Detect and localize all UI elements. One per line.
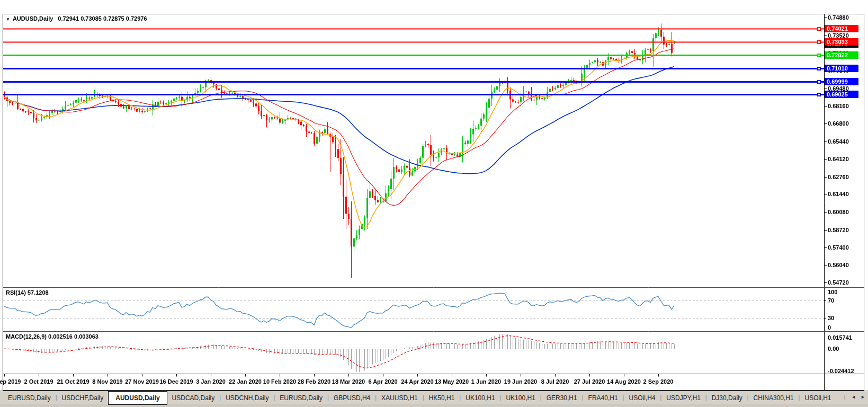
price-tick-label: 0.64120 <box>828 156 849 162</box>
tab-fra40-h1[interactable]: FRA40,H1 <box>584 392 623 404</box>
tab-scroll-left-icon[interactable]: ◄ <box>851 394 856 400</box>
rsi-scale-label: 30 <box>828 315 834 321</box>
tab-dj30-daily[interactable]: DJ30,Daily <box>707 392 747 404</box>
tab-ger30-h1[interactable]: GER30,H1 <box>542 392 582 404</box>
tab-scroll-arrows: | ◄ ► <box>844 394 865 400</box>
date-label: 2 Sep 2020 <box>634 378 682 385</box>
hline-price-label[interactable]: 0.73033 <box>825 38 858 46</box>
tab-usdjpy-h1[interactable]: USDJPY,H1 <box>661 392 705 404</box>
rsi-label: RSI(14) 57.1208 <box>6 289 49 296</box>
tab-usdcad-daily[interactable]: USDCAD,Daily <box>167 392 220 404</box>
chart-tabs: EURUSD,Daily|USDCHF,DailyAUDUSD,DailyUSD… <box>3 392 836 405</box>
tab-xauusd-h1[interactable]: XAUUSD,H1 <box>377 392 423 404</box>
tab-usoil-h4[interactable]: USOil,H4 <box>624 392 660 404</box>
hline-price-label[interactable]: 0.69999 <box>825 78 858 85</box>
tab-eurusd-daily[interactable]: EURUSD,Daily <box>275 392 327 404</box>
chart-symbol: AUDUSD,Daily <box>13 15 53 22</box>
rsi-scale-label: 0 <box>828 324 831 331</box>
macd-label: MACD(12,26,9) 0.002516 0.003063 <box>6 333 99 340</box>
tab-uk100-h1[interactable]: UK100,H1 <box>461 392 499 404</box>
macd-scale-label: 0.00 <box>828 346 839 352</box>
macd-scale-label: 0.015741 <box>828 334 852 341</box>
hline-price-label[interactable]: 0.72022 <box>825 51 858 59</box>
chart-title: ▼AUDUSD,Daily0.72941 0.73085 0.72875 0.7… <box>6 15 147 22</box>
tab-scroll-right-icon[interactable]: ► <box>861 394 865 400</box>
price-tick-label: 0.65440 <box>828 138 849 145</box>
tab-eurusd-daily[interactable]: EURUSD,Daily <box>3 392 56 404</box>
tab-usdcnh-daily[interactable]: USDCNH,Daily <box>221 392 273 404</box>
tab-gbpusd-h4[interactable]: GBPUSD,H4 <box>329 392 375 404</box>
price-tick-label: 0.61440 <box>828 191 849 197</box>
hline-price-label[interactable]: 0.71010 <box>825 65 858 72</box>
chart-tabbar: EURUSD,Daily|USDCHF,DailyAUDUSD,DailyUSD… <box>0 391 868 407</box>
price-tick-label: 0.66800 <box>828 120 849 127</box>
collapse-icon[interactable]: ▼ <box>6 17 10 22</box>
tab-audusd-daily[interactable]: AUDUSD,Daily <box>108 391 167 405</box>
hline-price-label[interactable]: 0.69025 <box>825 91 858 98</box>
price-tick-label: 0.68160 <box>828 103 849 109</box>
price-tick-label: 0.60080 <box>828 209 849 215</box>
macd-scale-label: -0.024412 <box>828 368 854 374</box>
tab-usdchf-daily[interactable]: USDCHF,Daily <box>57 392 109 404</box>
price-tick-label: 0.62760 <box>828 174 849 180</box>
price-tick-label: 0.54720 <box>828 279 849 286</box>
tab-hk50-h1[interactable]: HK50,H1 <box>424 392 460 404</box>
chart-ohlc-values: 0.72941 0.73085 0.72875 0.72976 <box>58 15 147 22</box>
tab-arrows-divider: | <box>844 394 845 400</box>
mt4-window: ▼ M1M5M15M30H1H4D1W1MN ▼AUDUSD,Daily0.72… <box>0 0 868 407</box>
chart-canvas[interactable] <box>0 0 868 407</box>
price-tick-label: 0.57400 <box>828 244 849 251</box>
tab-china300-h1[interactable]: CHINA300,H1 <box>749 392 799 404</box>
price-tick-label: 0.56040 <box>828 262 849 268</box>
rsi-scale-label: 100 <box>828 289 837 295</box>
tab-usoil-h1[interactable]: USOil,H1 <box>800 392 836 404</box>
hline-price-label[interactable]: 0.74021 <box>825 25 858 32</box>
rsi-scale-label: 70 <box>828 297 834 304</box>
price-tick-label: 0.74880 <box>828 14 849 21</box>
tab-uk100-h1[interactable]: UK100,H1 <box>501 392 540 404</box>
price-tick-label: 0.58720 <box>828 227 849 233</box>
